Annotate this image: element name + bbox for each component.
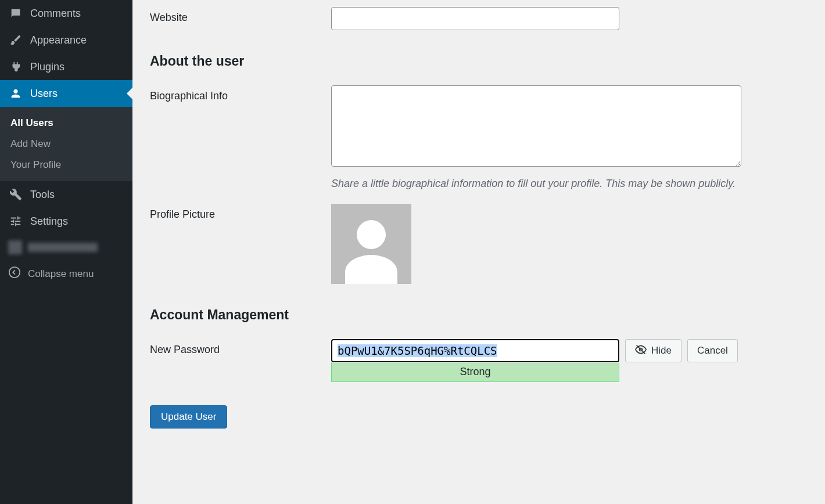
sidebar-item-settings[interactable]: Settings <box>0 208 132 235</box>
eye-slash-icon <box>635 344 647 358</box>
sliders-icon <box>8 214 23 229</box>
sidebar-item-comments[interactable]: Comments <box>0 0 132 27</box>
about-heading: About the user <box>150 53 811 69</box>
sidebar-item-tools[interactable]: Tools <box>0 181 132 208</box>
main-content: Website About the user Biographical Info… <box>132 0 825 504</box>
sidebar-item-label: Plugins <box>30 61 64 73</box>
collapse-menu[interactable]: Collapse menu <box>0 260 132 287</box>
sidebar-item-appearance[interactable]: Appearance <box>0 27 132 53</box>
bio-description: Share a little biographical information … <box>331 178 811 190</box>
collapse-label: Collapse menu <box>28 268 94 280</box>
users-submenu: All Users Add New Your Profile <box>0 107 132 181</box>
update-user-button[interactable]: Update User <box>150 405 227 429</box>
sidebar-item-label: Appearance <box>30 34 87 46</box>
hide-password-button[interactable]: Hide <box>625 339 681 362</box>
account-heading: Account Management <box>150 307 811 323</box>
submenu-item-add-new[interactable]: Add New <box>0 134 132 154</box>
sidebar-item-users[interactable]: Users <box>0 80 132 107</box>
update-user-label: Update User <box>161 411 216 423</box>
submenu-item-all-users[interactable]: All Users <box>0 113 132 134</box>
newpw-label: New Password <box>150 339 331 356</box>
sidebar-item-label: Comments <box>30 8 81 20</box>
cancel-password-button[interactable]: Cancel <box>687 339 738 362</box>
new-password-input[interactable] <box>331 339 619 362</box>
admin-sidebar: Comments Appearance Plugins Users All Us… <box>0 0 132 504</box>
hide-button-label: Hide <box>651 345 672 357</box>
bio-textarea[interactable] <box>331 85 741 167</box>
sidebar-item-label: Settings <box>30 215 68 228</box>
wrench-icon <box>8 187 23 202</box>
plugin-icon <box>8 59 23 74</box>
submenu-item-your-profile[interactable]: Your Profile <box>0 154 132 175</box>
comment-icon <box>8 6 23 21</box>
svg-point-0 <box>9 267 20 278</box>
sidebar-item-label: Tools <box>30 189 55 201</box>
sidebar-item-label: Users <box>30 88 58 100</box>
user-icon <box>8 86 23 101</box>
collapse-icon <box>8 266 21 282</box>
website-label: Website <box>150 7 331 24</box>
sidebar-blurred-item <box>0 235 132 260</box>
cancel-button-label: Cancel <box>697 345 728 357</box>
brush-icon <box>8 33 23 48</box>
password-strength: Strong <box>331 362 619 382</box>
picture-label: Profile Picture <box>150 204 331 221</box>
website-input[interactable] <box>331 7 619 30</box>
bio-label: Biographical Info <box>150 85 331 102</box>
sidebar-item-plugins[interactable]: Plugins <box>0 53 132 80</box>
avatar <box>331 204 411 284</box>
